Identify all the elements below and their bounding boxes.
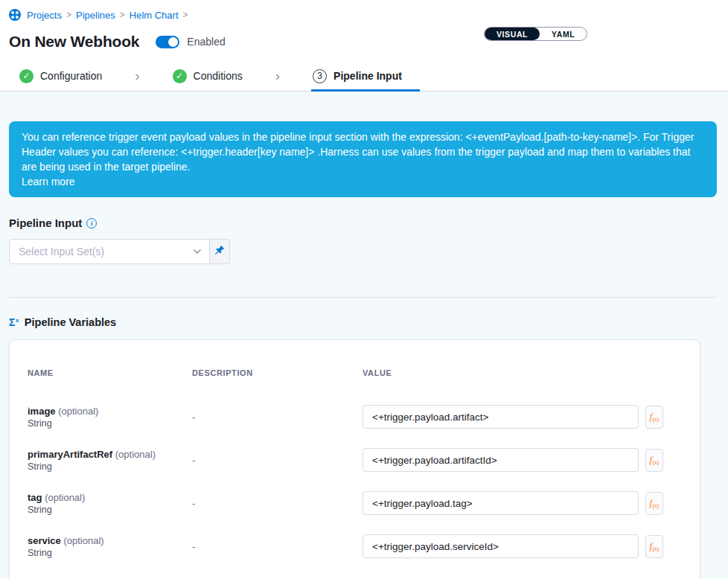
variable-name: tag (28, 492, 42, 503)
tab-conditions[interactable]: ✓ Conditions (171, 63, 244, 92)
breadcrumb-pipelines[interactable]: Pipelines (76, 10, 115, 21)
variable-value-input[interactable] (363, 405, 639, 429)
step-number-icon: 3 (313, 69, 327, 83)
variable-value-input[interactable] (363, 491, 639, 515)
variable-name-cell: tag (optional) String (28, 482, 192, 525)
wizard-tabbar: ✓ Configuration › ✓ Conditions › 3 Pipel… (0, 63, 728, 92)
variable-value-input[interactable] (363, 534, 639, 558)
pipeline-variables-heading-row: Σx Pipeline Variables (9, 316, 719, 328)
variable-name: service (28, 535, 61, 546)
variable-description: - (192, 541, 363, 552)
pin-icon (214, 244, 226, 259)
variable-value-input[interactable] (363, 448, 639, 472)
info-banner: You can reference trigger event payload … (9, 121, 717, 197)
toggle-knob (168, 37, 178, 47)
title-row: On New Webhook Enabled (9, 33, 719, 63)
expression-fx-button[interactable]: f(x) (645, 406, 663, 429)
breadcrumb-separator: > (120, 10, 125, 20)
variable-optional-tag: (optional) (115, 449, 156, 460)
pipeline-input-heading-row: Pipeline Input i (9, 217, 719, 229)
variable-value-cell: f(x) (363, 448, 682, 472)
input-set-select-wrap (9, 239, 210, 264)
info-icon[interactable]: i (86, 218, 97, 228)
column-header-name: NAME (28, 368, 192, 395)
pipeline-input-heading: Pipeline Input (9, 217, 82, 229)
visual-yaml-toggle: VISUAL YAML (484, 27, 587, 41)
variable-type: String (28, 505, 192, 515)
variable-name: image (28, 406, 56, 417)
variable-description: - (192, 412, 363, 423)
pipeline-variables-heading: Pipeline Variables (25, 316, 116, 328)
pin-input-set-button[interactable] (210, 239, 230, 264)
variable-type: String (28, 461, 192, 472)
expression-fx-button[interactable]: f(x) (645, 449, 663, 472)
tab-configuration[interactable]: ✓ Configuration (18, 63, 103, 92)
pipeline-variables-table: NAME DESCRIPTION VALUE image (optional) … (28, 368, 682, 568)
enabled-toggle[interactable] (156, 36, 179, 48)
variable-value-cell: f(x) (363, 405, 682, 429)
tab-conditions-label: Conditions (194, 70, 243, 82)
tab-configuration-label: Configuration (40, 70, 102, 82)
breadcrumb-helm-chart[interactable]: Helm Chart (130, 10, 179, 21)
variable-optional-tag: (optional) (58, 406, 98, 417)
breadcrumb-projects[interactable]: Projects (27, 10, 62, 21)
chevron-right-icon: › (135, 63, 139, 91)
info-banner-text: You can reference trigger event payload … (22, 131, 694, 173)
breadcrumb-separator: > (66, 10, 71, 20)
sigma-variables-icon: Σx (9, 316, 19, 328)
variable-description: - (192, 498, 363, 509)
expression-fx-button[interactable]: f(x) (645, 535, 663, 558)
section-divider (9, 297, 717, 298)
chevron-right-icon: › (275, 63, 280, 91)
visual-mode-button[interactable]: VISUAL (485, 28, 540, 40)
variable-name-cell: primaryArtifactRef (optional) String (28, 438, 192, 482)
input-set-select[interactable] (9, 239, 210, 264)
projects-grid-icon (9, 9, 21, 21)
variable-type: String (28, 418, 192, 429)
learn-more-link[interactable]: Learn more (22, 174, 75, 189)
variable-optional-tag: (optional) (63, 535, 103, 546)
main-content: You can reference trigger event payload … (0, 92, 728, 579)
input-set-row (9, 239, 719, 264)
check-icon: ✓ (19, 69, 33, 83)
tab-pipeline-input-label: Pipeline Input (333, 70, 402, 82)
variable-type: String (28, 548, 192, 558)
tab-pipeline-input[interactable]: 3 Pipeline Input (311, 63, 420, 92)
column-header-description: DESCRIPTION (192, 368, 363, 395)
enabled-toggle-label: Enabled (187, 36, 225, 48)
trigger-config-page: Projects > Pipelines > Helm Chart > On N… (0, 0, 728, 579)
breadcrumb: Projects > Pipelines > Helm Chart > (9, 9, 719, 21)
yaml-mode-button[interactable]: YAML (540, 28, 587, 40)
page-header: Projects > Pipelines > Helm Chart > On N… (0, 0, 728, 63)
variable-name: primaryArtifactRef (28, 449, 112, 460)
variable-description: - (192, 455, 363, 466)
pipeline-variables-card: NAME DESCRIPTION VALUE image (optional) … (9, 339, 700, 579)
variable-name-cell: service (optional) String (28, 525, 192, 568)
variable-value-cell: f(x) (363, 534, 682, 558)
variable-optional-tag: (optional) (45, 492, 85, 503)
check-icon: ✓ (173, 69, 187, 83)
variable-value-cell: f(x) (363, 491, 682, 515)
breadcrumb-separator: > (183, 10, 188, 20)
expression-fx-button[interactable]: f(x) (645, 492, 663, 515)
variable-name-cell: image (optional) String (28, 395, 192, 438)
column-header-value: VALUE (363, 368, 682, 395)
page-title: On New Webhook (9, 33, 139, 51)
